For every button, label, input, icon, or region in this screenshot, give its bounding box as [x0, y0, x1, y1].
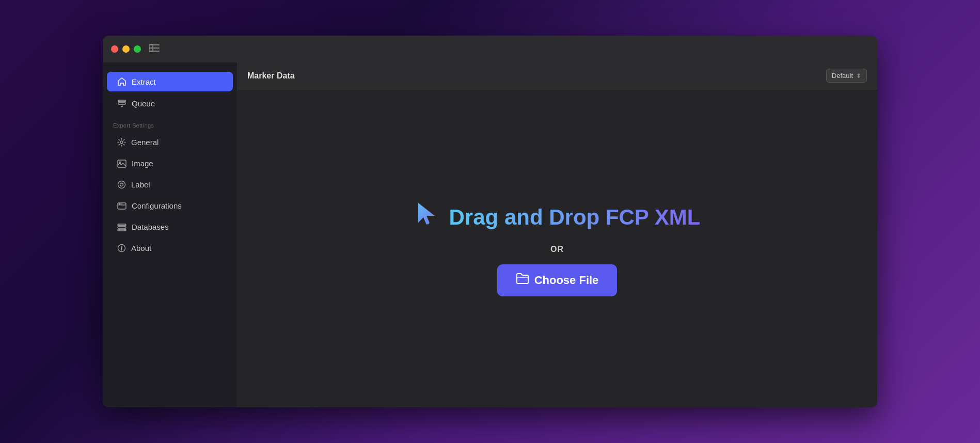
export-settings-label: Export Settings	[103, 114, 237, 132]
title-bar	[103, 36, 877, 62]
sidebar-item-databases[interactable]: Databases	[107, 217, 233, 236]
sidebar-item-label[interactable]: Label	[107, 175, 233, 194]
chevron-updown-icon: ⬍	[856, 72, 861, 80]
sidebar-item-about[interactable]: About	[107, 239, 233, 258]
sidebar-item-image[interactable]: Image	[107, 154, 233, 173]
cursor-icon	[414, 201, 441, 234]
choose-file-label: Choose File	[534, 274, 599, 287]
info-icon	[117, 244, 126, 252]
panel-header: Marker Data Default ⬍	[237, 62, 877, 89]
svg-rect-4	[118, 100, 125, 102]
panel-title: Marker Data	[247, 71, 826, 81]
drag-drop-text: Drag and Drop FCP XML	[449, 205, 701, 230]
svg-point-13	[121, 203, 122, 204]
svg-rect-14	[118, 224, 126, 226]
image-label: Image	[132, 159, 153, 168]
drop-zone: Drag and Drop FCP XML OR Choose File	[237, 89, 877, 407]
label-icon	[117, 180, 126, 189]
dropdown-label: Default	[832, 72, 853, 80]
default-dropdown[interactable]: Default ⬍	[826, 69, 867, 83]
databases-label: Databases	[132, 223, 169, 231]
main-area: Extract Queue Export Settings	[103, 62, 877, 407]
svg-point-12	[119, 203, 120, 204]
configurations-label: Configurations	[132, 201, 182, 210]
home-icon	[117, 77, 127, 86]
sidebar-item-extract[interactable]: Extract	[107, 72, 233, 91]
svg-point-8	[119, 162, 121, 163]
maximize-button[interactable]	[134, 45, 141, 53]
label-label: Label	[131, 180, 150, 189]
window-controls	[111, 45, 141, 53]
extract-label: Extract	[132, 77, 156, 86]
queue-label: Queue	[132, 99, 155, 108]
sidebar-item-queue[interactable]: Queue	[107, 93, 233, 113]
svg-rect-1	[149, 48, 160, 49]
queue-icon	[117, 99, 127, 108]
image-icon	[117, 160, 127, 168]
sidebar: Extract Queue Export Settings	[103, 62, 237, 407]
gear-icon	[117, 138, 126, 147]
choose-file-button[interactable]: Choose File	[497, 264, 618, 296]
sidebar-toggle-icon[interactable]	[149, 44, 160, 55]
svg-rect-11	[118, 203, 126, 209]
sidebar-item-general[interactable]: General	[107, 133, 233, 152]
minimize-button[interactable]	[122, 45, 130, 53]
general-label: General	[131, 138, 159, 147]
svg-rect-16	[118, 229, 126, 231]
about-label: About	[131, 244, 151, 252]
svg-point-10	[120, 183, 123, 186]
folder-icon	[516, 273, 529, 288]
databases-icon	[117, 223, 127, 231]
svg-point-9	[118, 181, 125, 188]
or-text: OR	[550, 245, 564, 254]
svg-rect-15	[118, 227, 126, 228]
sidebar-item-configurations[interactable]: Configurations	[107, 196, 233, 215]
svg-point-6	[120, 141, 123, 144]
close-button[interactable]	[111, 45, 118, 53]
svg-point-18	[121, 246, 122, 247]
drag-drop-title: Drag and Drop FCP XML	[414, 201, 701, 234]
right-panel: Marker Data Default ⬍	[237, 62, 877, 407]
configurations-icon	[117, 202, 127, 210]
svg-rect-5	[118, 103, 125, 104]
app-window: Extract Queue Export Settings	[103, 36, 877, 407]
